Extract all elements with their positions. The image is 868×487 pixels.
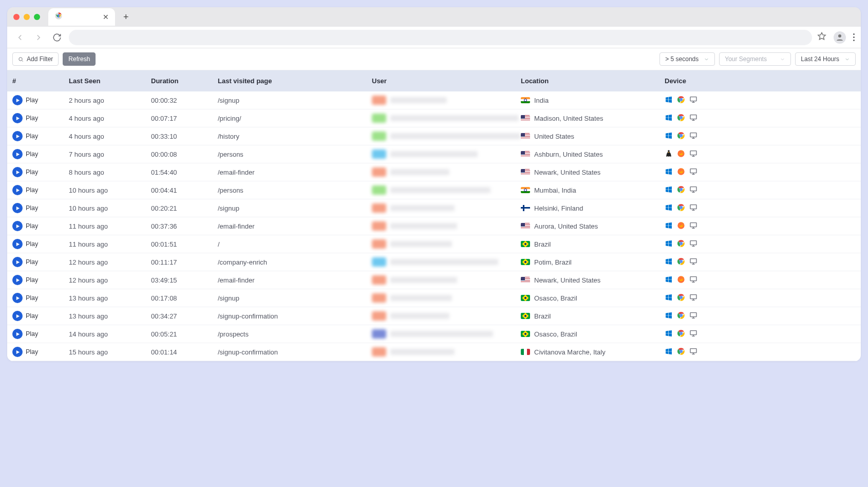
cell-last-seen: 4 hours ago <box>69 133 151 140</box>
play-button[interactable] <box>12 275 23 285</box>
menu-icon[interactable] <box>853 33 855 41</box>
play-button[interactable] <box>12 113 23 123</box>
play-button[interactable] <box>12 257 23 267</box>
location-text: Potim, Brazil <box>534 258 572 266</box>
play-button[interactable] <box>12 149 23 159</box>
os-icon <box>665 347 673 357</box>
svg-rect-31 <box>690 222 696 227</box>
col-play: # <box>12 77 69 85</box>
cell-duration: 00:05:21 <box>151 330 218 338</box>
cell-location: Osasco, Brazil <box>521 330 665 338</box>
cell-location: Madison, United States <box>521 115 665 122</box>
play-button[interactable] <box>12 221 23 231</box>
play-button[interactable] <box>12 95 23 105</box>
svg-point-16 <box>668 151 668 152</box>
bookmark-icon[interactable] <box>817 32 826 43</box>
browser-window: ✕ + Add Filter <box>7 7 861 361</box>
play-button[interactable] <box>12 293 23 303</box>
cell-duration: 03:49:15 <box>151 276 218 284</box>
cell-page: /signup-confirmation <box>218 312 372 320</box>
os-icon <box>665 293 673 303</box>
tab-favicon-icon <box>54 12 63 22</box>
time-filter-dropdown[interactable]: Last 24 Hours <box>795 52 856 66</box>
table-row: Play10 hours ago00:04:41/personsMumbai, … <box>7 181 861 199</box>
time-filter-label: Last 24 Hours <box>801 55 839 63</box>
cell-user <box>372 185 521 195</box>
location-text: United States <box>534 133 574 140</box>
play-button[interactable] <box>12 203 23 213</box>
table-row: Play12 hours ago00:11:17/company-enrichP… <box>7 253 861 271</box>
browser-icon <box>677 257 685 267</box>
user-avatar-blur <box>372 149 386 159</box>
user-avatar-blur <box>372 311 386 321</box>
cell-last-seen: 12 hours ago <box>69 276 151 284</box>
new-tab-button[interactable]: + <box>118 12 134 23</box>
close-tab-button[interactable]: ✕ <box>103 13 109 21</box>
os-icon <box>665 329 673 339</box>
table-row: Play4 hours ago00:33:10/historyUnited St… <box>7 127 861 145</box>
cell-location: Aurora, United States <box>521 222 665 230</box>
user-avatar-blur <box>372 329 386 339</box>
cell-location: Mumbai, India <box>521 186 665 194</box>
play-button[interactable] <box>12 311 23 321</box>
monitor-icon <box>689 329 697 339</box>
user-name-blur <box>390 259 498 265</box>
cell-last-seen: 2 hours ago <box>69 97 151 104</box>
play-button[interactable] <box>12 329 23 339</box>
os-icon <box>665 311 673 321</box>
monitor-icon <box>689 311 697 321</box>
play-button[interactable] <box>12 239 23 249</box>
maximize-window-button[interactable] <box>34 14 40 20</box>
location-text: Madison, United States <box>534 115 603 122</box>
play-button[interactable] <box>12 131 23 141</box>
play-button[interactable] <box>12 347 23 357</box>
user-name-blur <box>390 241 452 247</box>
cell-device <box>665 275 737 285</box>
play-label: Play <box>26 186 38 194</box>
svg-rect-21 <box>690 168 696 173</box>
cell-page: /email-finder <box>218 222 372 230</box>
cell-location: Ashburn, United States <box>521 151 665 158</box>
cell-last-seen: 7 hours ago <box>69 151 151 158</box>
os-icon <box>665 114 673 123</box>
app-content: Add Filter Refresh > 5 seconds Your Segm… <box>7 48 861 361</box>
url-input[interactable] <box>69 30 812 45</box>
chevron-down-icon <box>780 57 785 62</box>
play-button[interactable] <box>12 167 23 177</box>
cell-page: /persons <box>218 186 372 194</box>
svg-point-44 <box>680 296 682 298</box>
cell-duration: 00:34:27 <box>151 312 218 320</box>
close-window-button[interactable] <box>13 14 20 20</box>
os-icon <box>665 96 673 105</box>
svg-rect-35 <box>690 240 696 245</box>
forward-button[interactable] <box>32 31 45 44</box>
browser-icon <box>677 167 685 177</box>
play-button[interactable] <box>12 185 23 195</box>
table-row: Play10 hours ago00:20:21/signupHelsinki,… <box>7 199 861 217</box>
cell-duration: 00:11:17 <box>151 258 218 266</box>
cell-duration: 00:04:41 <box>151 186 218 194</box>
user-name-blur <box>390 295 452 301</box>
os-icon <box>665 221 673 231</box>
chevron-down-icon <box>844 57 850 62</box>
profile-avatar-icon[interactable] <box>834 31 846 44</box>
svg-point-30 <box>677 222 684 229</box>
play-label: Play <box>26 312 38 320</box>
cell-device <box>665 347 737 357</box>
segments-dropdown[interactable]: Your Segments <box>719 52 791 66</box>
svg-point-56 <box>680 350 682 352</box>
cell-page: /signup-confirmation <box>218 348 372 356</box>
minimize-window-button[interactable] <box>24 14 30 20</box>
os-icon <box>665 239 673 249</box>
cell-page: /email-finder <box>218 168 372 176</box>
add-filter-button[interactable]: Add Filter <box>12 52 59 66</box>
os-icon <box>665 203 673 213</box>
reload-button[interactable] <box>50 31 64 44</box>
back-button[interactable] <box>13 31 27 44</box>
user-avatar-blur <box>372 167 386 177</box>
duration-filter-dropdown[interactable]: > 5 seconds <box>659 52 715 66</box>
browser-tab[interactable]: ✕ <box>48 8 115 26</box>
cell-location: Helsinki, Finland <box>521 204 665 212</box>
refresh-button[interactable]: Refresh <box>63 52 96 66</box>
table-row: Play14 hours ago00:05:21/prospectsOsasco… <box>7 325 861 343</box>
